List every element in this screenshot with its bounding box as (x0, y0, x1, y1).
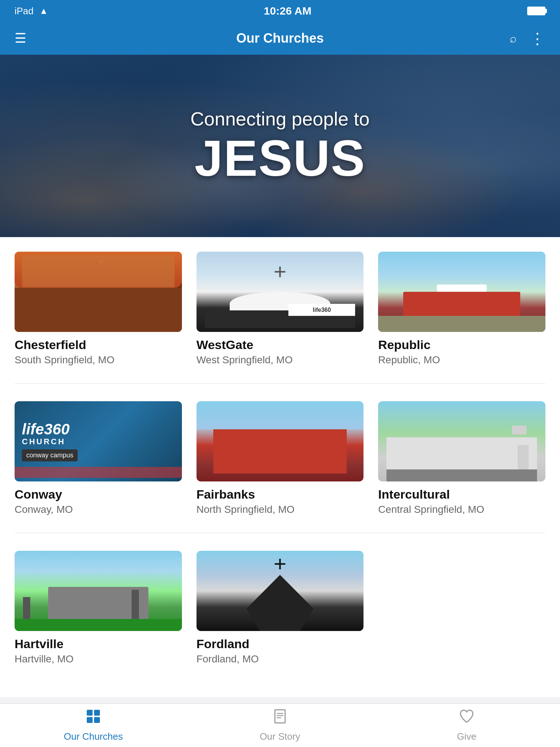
hero-content: Connecting people to JESUS (190, 108, 370, 184)
more-icon[interactable]: ⋮ (530, 30, 545, 47)
church-location-republic: Republic, MO (378, 354, 545, 366)
tab-our-churches[interactable]: Our Churches (0, 708, 187, 742)
give-label: Give (457, 731, 476, 742)
church-image-fordland: + (197, 551, 364, 631)
church-image-westgate: + life360 (197, 252, 364, 332)
nav-title: Our Churches (236, 31, 324, 46)
church-image-republic (378, 252, 545, 332)
church-name-hartville: Hartville (15, 637, 182, 651)
church-card-intercultural[interactable]: Intercultural Central Springfield, MO (378, 401, 545, 515)
church-name-fairbanks: Fairbanks (197, 487, 364, 502)
church-name-republic: Republic (378, 338, 545, 352)
church-card-fairbanks[interactable]: Fairbanks North Springfield, MO (197, 401, 364, 515)
church-location-fairbanks: North Springfield, MO (197, 504, 364, 515)
church-card-hartville[interactable]: Hartville Hartville, MO (15, 551, 182, 665)
svg-rect-2 (87, 717, 93, 723)
church-grid-section: 🍂 Chesterfield South Springfield, MO + l… (0, 237, 560, 697)
svg-rect-4 (275, 710, 285, 723)
church-row-3: Hartville Hartville, MO + Fordland Fordl… (15, 551, 545, 665)
tab-bar: Our Churches Our Story Give (0, 703, 560, 747)
menu-icon[interactable]: ☰ (15, 31, 27, 46)
church-card-westgate[interactable]: + life360 WestGate West Springfield, MO (197, 252, 364, 366)
battery-icon (527, 7, 545, 15)
church-location-conway: Conway, MO (15, 504, 182, 515)
church-image-fairbanks (197, 401, 364, 481)
tab-give[interactable]: Give (373, 708, 560, 742)
church-location-hartville: Hartville, MO (15, 653, 182, 665)
hero-title: JESUS (190, 133, 370, 184)
church-row-2: life360 CHURCH conway campus Conway Conw… (15, 401, 545, 515)
our-story-icon (272, 708, 288, 728)
hero-subtitle: Connecting people to (190, 108, 370, 130)
church-image-intercultural (378, 401, 545, 481)
status-bar: iPad ▲ 10:26 AM (0, 0, 560, 22)
church-image-conway: life360 CHURCH conway campus (15, 401, 182, 481)
wifi-icon: ▲ (39, 6, 48, 16)
hero-section: Connecting people to JESUS (0, 55, 560, 237)
church-card-conway[interactable]: life360 CHURCH conway campus Conway Conw… (15, 401, 182, 515)
church-row-1: 🍂 Chesterfield South Springfield, MO + l… (15, 252, 545, 366)
svg-rect-3 (94, 717, 100, 723)
our-churches-icon (85, 708, 101, 728)
svg-rect-1 (94, 710, 100, 716)
church-card-chesterfield[interactable]: 🍂 Chesterfield South Springfield, MO (15, 252, 182, 366)
navigation-bar: ☰ Our Churches ⌕ ⋮ (0, 22, 560, 55)
church-image-chesterfield: 🍂 (15, 252, 182, 332)
tab-our-story[interactable]: Our Story (187, 708, 373, 742)
status-time: 10:26 AM (264, 5, 312, 17)
church-name-fordland: Fordland (197, 637, 364, 651)
church-name-conway: Conway (15, 487, 182, 502)
our-story-label: Our Story (260, 731, 300, 742)
nav-left: ☰ (15, 31, 27, 46)
device-label: iPad (15, 5, 34, 17)
church-name-westgate: WestGate (197, 338, 364, 352)
church-location-intercultural: Central Springfield, MO (378, 504, 545, 515)
church-card-fordland[interactable]: + Fordland Fordland, MO (197, 551, 364, 665)
search-icon[interactable]: ⌕ (510, 32, 517, 45)
row-separator-1 (15, 383, 545, 384)
status-right (527, 7, 545, 15)
row-separator-2 (15, 533, 545, 533)
nav-right: ⌕ ⋮ (510, 30, 545, 47)
give-icon (459, 708, 475, 728)
church-location-chesterfield: South Springfield, MO (15, 354, 182, 366)
our-churches-label: Our Churches (64, 731, 123, 742)
status-left: iPad ▲ (15, 5, 48, 17)
church-location-fordland: Fordland, MO (197, 653, 364, 665)
church-location-westgate: West Springfield, MO (197, 354, 364, 366)
church-image-hartville (15, 551, 182, 631)
svg-rect-0 (87, 710, 93, 716)
church-name-intercultural: Intercultural (378, 487, 545, 502)
church-card-republic[interactable]: Republic Republic, MO (378, 252, 545, 366)
church-name-chesterfield: Chesterfield (15, 338, 182, 352)
